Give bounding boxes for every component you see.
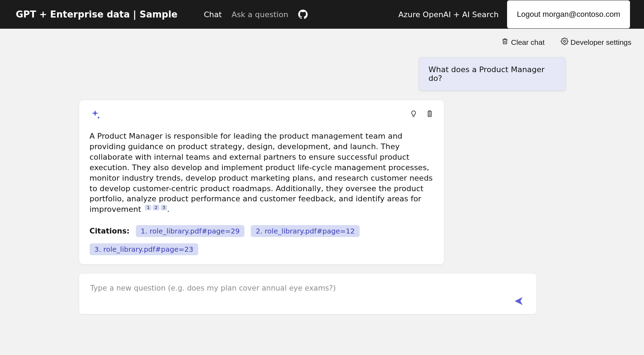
answer-body: A Product Manager is responsible for lea… [90,131,434,215]
answer-card: A Product Manager is responsible for lea… [79,100,444,265]
app-title: GPT + Enterprise data | Sample [16,9,178,20]
nav-chat[interactable]: Chat [204,10,222,19]
chat-area: What does a Product Manager do? A Produc… [79,47,566,325]
app-header: GPT + Enterprise data | Sample Chat Ask … [0,0,644,29]
user-message-row: What does a Product Manager do? [79,57,566,91]
logout-button[interactable]: Logout morgan@contoso.com [507,0,630,28]
clipboard-icon[interactable] [426,109,434,120]
citation-chip-2[interactable]: 2. role_library.pdf#page=12 [251,225,360,237]
answer-top-bar [90,109,434,123]
send-icon [513,302,524,307]
github-icon[interactable] [298,9,308,19]
answer-trailing: . [167,205,169,214]
citation-chip-3[interactable]: 3. role_library.pdf#page=23 [90,243,199,255]
clear-chat-button[interactable]: Clear chat [499,37,547,47]
user-message: What does a Product Manager do? [418,57,566,91]
nav-links: Chat Ask a question [204,9,308,19]
top-toolbar: Clear chat Developer settings [0,29,644,47]
gear-icon [561,37,568,47]
nav-ask-question[interactable]: Ask a question [231,10,288,19]
answer-text: A Product Manager is responsible for lea… [90,132,433,214]
citations-label: Citations: [90,227,130,235]
citations-row: Citations: 1. role_library.pdf#page=29 2… [90,225,434,255]
citation-ref-3[interactable]: 3 [161,205,167,210]
answer-actions [410,109,434,120]
send-button[interactable] [511,295,526,308]
question-input-card [79,273,537,314]
svg-point-0 [563,40,566,42]
citation-chip-1[interactable]: 1. role_library.pdf#page=29 [136,225,245,237]
header-subtitle: Azure OpenAI + AI Search [398,10,498,19]
citation-ref-2[interactable]: 2 [153,205,159,210]
sparkle-icon [90,109,102,123]
developer-settings-label: Developer settings [570,38,631,47]
citation-ref-1[interactable]: 1 [145,205,151,210]
trash-icon [501,37,509,47]
lightbulb-icon[interactable] [410,109,417,120]
question-input[interactable] [90,283,504,304]
clear-chat-label: Clear chat [511,38,545,47]
developer-settings-button[interactable]: Developer settings [559,37,633,47]
